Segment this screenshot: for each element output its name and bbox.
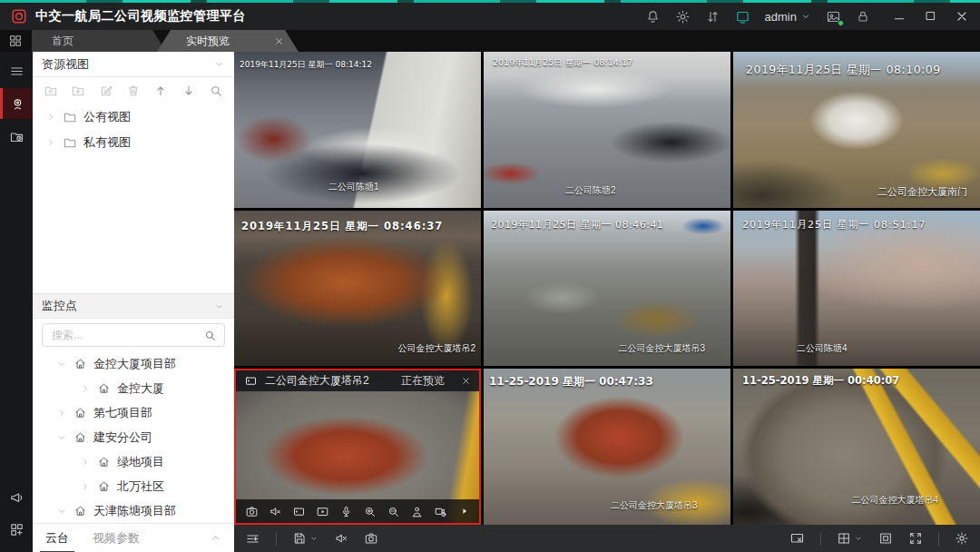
camera-name-overlay: 二公司金控大厦塔吊4: [851, 494, 938, 507]
save-view-button[interactable]: [292, 531, 318, 546]
home-icon: [74, 430, 87, 444]
add-view-icon[interactable]: [71, 84, 85, 98]
session-status[interactable]: [826, 9, 841, 25]
folder-clock-icon: [9, 129, 24, 144]
tab-ptz[interactable]: 云台: [45, 530, 69, 547]
tree-item[interactable]: 天津陈塘项目部: [33, 498, 234, 523]
video-cell-8[interactable]: 11-25-2019 星期一 00:47:33 二公司金控大厦塔吊3: [484, 369, 730, 525]
chevron-down-icon[interactable]: [56, 432, 67, 443]
collapse-panel-icon[interactable]: [245, 531, 260, 547]
rail-record-files[interactable]: [0, 121, 33, 152]
resource-tree: 公有视图 私有视图: [33, 104, 234, 155]
video-cell-2[interactable]: 2019年11月25日 星期一 08:14:17 二公司陈塘2: [484, 52, 730, 208]
screen-share-icon[interactable]: [735, 9, 750, 25]
home-icon: [97, 381, 111, 395]
home-icon: [74, 504, 87, 518]
lock-icon[interactable]: [856, 9, 870, 24]
remove-view-icon[interactable]: [44, 84, 58, 98]
close-button[interactable]: [955, 9, 969, 24]
video-cell-1[interactable]: 2019年11月25日 星期一 08:14:12 二公司陈塘1: [234, 52, 481, 208]
user-menu[interactable]: admin: [765, 10, 811, 24]
search-input[interactable]: [50, 328, 198, 342]
tree-item[interactable]: 第七项目部: [33, 400, 234, 425]
settings-icon[interactable]: [955, 531, 969, 546]
chevron-down-icon[interactable]: [56, 359, 67, 370]
tree-item[interactable]: 建安分公司: [33, 425, 234, 449]
3d-zoom-icon[interactable]: [387, 505, 400, 518]
chevron-right-icon[interactable]: [45, 137, 56, 148]
chevron-down-icon: [213, 58, 225, 70]
tree-item-private-views[interactable]: 私有视图: [33, 130, 234, 155]
chevron-down-icon[interactable]: [56, 506, 67, 517]
video-cell-3[interactable]: 2019年11月25日 星期一 08:10:09 二公司金控大厦南门: [733, 52, 980, 208]
close-all-icon[interactable]: [789, 531, 805, 547]
video-cell-5[interactable]: 2019年11月25日 星期一 08:46:41 二公司金控大厦塔吊3: [484, 211, 730, 367]
settings-icon[interactable]: [675, 9, 691, 25]
chevron-down-icon: [309, 534, 318, 543]
snapshot-all-icon[interactable]: [364, 531, 378, 546]
maximize-button[interactable]: [924, 9, 937, 23]
notifications-icon[interactable]: [645, 9, 661, 25]
chevron-right-icon[interactable]: [56, 408, 67, 419]
move-down-icon[interactable]: [181, 84, 196, 98]
mute-all-icon[interactable]: [334, 531, 348, 546]
mute-icon[interactable]: [269, 505, 282, 518]
talk-icon[interactable]: [339, 505, 353, 518]
bottom-toolbar: [234, 525, 980, 552]
tree-item[interactable]: 北万社区: [33, 474, 234, 498]
video-cell-selected[interactable]: 二公司金控大厦塔吊2 正在预览: [234, 369, 481, 525]
single-screen-icon[interactable]: [878, 531, 893, 546]
video-cell-4[interactable]: 2019年11月25日 星期一 08:46:37 公司金控大厦塔吊2: [234, 211, 481, 367]
layout-grid-icon: [837, 531, 851, 546]
timestamp-overlay: 2019年11月25日 星期一 08:14:17: [493, 57, 632, 69]
rail-menu[interactable]: [0, 55, 33, 86]
search-icon[interactable]: [209, 84, 223, 98]
record-icon[interactable]: [292, 505, 306, 518]
tab-home[interactable]: 首页: [32, 30, 166, 52]
left-rail: [0, 52, 33, 552]
close-preview-icon[interactable]: [461, 376, 471, 386]
tab-video-params[interactable]: 视频参数: [93, 530, 140, 547]
more-tools-icon[interactable]: [459, 506, 470, 517]
video-cell-6[interactable]: 2019年11月25日 星期一 08:51:17 二公司陈塘4: [733, 211, 980, 367]
chevron-right-icon[interactable]: [80, 481, 91, 492]
minimize-button[interactable]: [892, 9, 906, 24]
tree-item[interactable]: 金控大厦: [33, 376, 234, 400]
edit-view-icon[interactable]: [99, 84, 113, 98]
snapshot-icon[interactable]: [245, 505, 259, 518]
chevron-right-icon[interactable]: [45, 112, 56, 123]
video-grid: 2019年11月25日 星期一 08:14:12 二公司陈塘1 2019年11月…: [234, 52, 980, 525]
home-icon: [97, 479, 111, 493]
tree-item[interactable]: 绿地项目: [33, 449, 234, 474]
fullscreen-icon[interactable]: [908, 531, 923, 546]
camera-name-overlay: 二公司金控大厦塔吊3: [611, 499, 698, 512]
sort-icon[interactable]: [705, 9, 720, 25]
zoom-in-icon[interactable]: [363, 505, 377, 518]
chevron-right-icon[interactable]: [80, 383, 91, 394]
timestamp-overlay: 2019年11月25日 星期一 08:14:12: [240, 59, 372, 71]
tree-item-public-views[interactable]: 公有视图: [33, 104, 234, 130]
layout-select-button[interactable]: [837, 531, 863, 546]
tab-overview-icon[interactable]: [8, 34, 23, 48]
chevron-up-icon[interactable]: [210, 532, 221, 544]
rail-broadcast[interactable]: [0, 481, 33, 512]
rail-add-layout[interactable]: [0, 514, 33, 545]
monitor-points-header[interactable]: 监控点: [33, 293, 234, 319]
tree-item[interactable]: 金控大厦项目部: [33, 351, 234, 376]
home-icon: [74, 406, 87, 419]
rail-camera-preview[interactable]: [0, 88, 33, 119]
instant-playback-icon[interactable]: [316, 505, 329, 518]
delete-view-icon[interactable]: [126, 84, 141, 98]
camera-name-overlay: 二公司陈塘4: [797, 342, 848, 355]
tab-live-preview[interactable]: 实时预览: [157, 30, 299, 52]
folder-icon: [63, 135, 77, 150]
resource-view-header[interactable]: 资源视图: [33, 52, 234, 77]
search-icon[interactable]: [203, 329, 217, 342]
video-cell-9[interactable]: 11-25-2019 星期一 00:40:07 二公司金控大厦塔吊4: [733, 369, 980, 525]
move-up-icon[interactable]: [153, 84, 168, 98]
tour-icon[interactable]: [434, 505, 447, 518]
selected-cell-header: 二公司金控大厦塔吊2 正在预览: [236, 370, 479, 391]
chevron-right-icon[interactable]: [80, 457, 91, 468]
tab-close-icon[interactable]: [274, 36, 284, 46]
locate-icon[interactable]: [410, 505, 424, 518]
